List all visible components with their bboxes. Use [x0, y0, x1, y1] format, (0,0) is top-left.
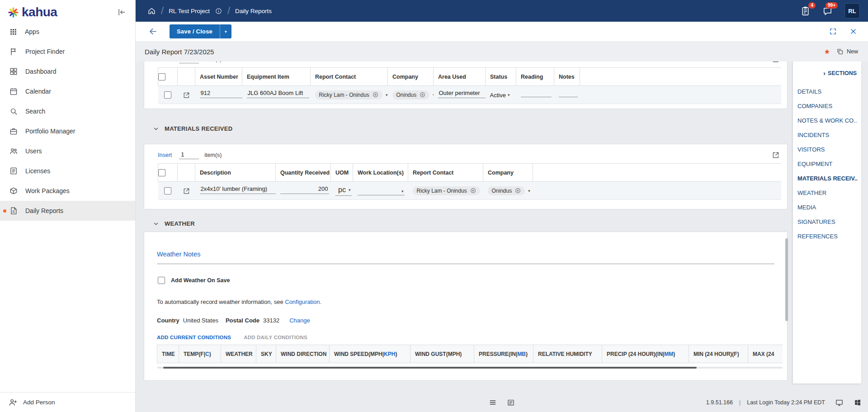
weather-notes-field[interactable]: Weather Notes: [157, 250, 774, 264]
section-link-references[interactable]: REFERENCES: [797, 229, 858, 243]
asset-number-input[interactable]: 912: [200, 90, 242, 98]
unit-toggle-link[interactable]: MM: [664, 351, 673, 357]
chip-remove-icon[interactable]: [373, 92, 378, 98]
sections-panel-header[interactable]: › SECTIONS: [797, 70, 858, 77]
add-weather-label[interactable]: Add Weather On Save: [171, 277, 230, 284]
uom-dropdown[interactable]: pc▾: [335, 186, 352, 196]
display-cast-icon[interactable]: [835, 398, 844, 407]
equipment-row: 912 JLG 600AJ Boom Lift Ricky Lam - Onin…: [158, 86, 782, 104]
close-record-icon[interactable]: [849, 28, 857, 35]
sidebar-collapse-icon[interactable]: [117, 8, 126, 17]
chevron-down-icon[interactable]: ▾: [528, 189, 530, 193]
equipment-item-input[interactable]: JLG 600AJ Boom Lift: [247, 90, 309, 98]
section-link-equipment[interactable]: EQUIPMENT: [797, 156, 858, 171]
sidebar-item-apps[interactable]: Apps: [0, 22, 135, 42]
save-close-button[interactable]: Save / Close: [170, 24, 220, 38]
col-equipment-item: Equipment Item: [242, 68, 311, 86]
sidebar-item-dashboard[interactable]: Dashboard: [0, 62, 135, 81]
sidebar-item-work-packages[interactable]: Work Packages: [0, 181, 135, 201]
section-link-signatures[interactable]: SIGNATURES: [797, 214, 858, 229]
horizontal-scrollbar-thumb[interactable]: [163, 367, 697, 369]
breadcrumb-project[interactable]: RL Test Project: [169, 8, 210, 14]
form-cards: Insert 1 item(s) Asset Number Equ: [144, 62, 788, 393]
notes-input[interactable]: [559, 95, 578, 97]
home-icon[interactable]: [147, 7, 156, 15]
sidebar-item-label: Portfolio Manager: [25, 128, 75, 135]
kahua-app-window: kahua Apps Project Finder Dashboard Cale…: [0, 0, 868, 412]
section-link-incidents[interactable]: INCIDENTS: [797, 128, 858, 142]
sidebar-item-search[interactable]: Search: [0, 101, 135, 121]
postal-code-label: Postal Code: [226, 317, 259, 324]
open-grid-icon[interactable]: [772, 151, 780, 159]
report-contact-chip[interactable]: Ricky Lam - Onindus: [315, 90, 382, 99]
row-checkbox[interactable]: [164, 187, 171, 194]
news-feed-icon[interactable]: [507, 398, 515, 407]
tasks-button[interactable]: 4: [800, 6, 811, 16]
wcol-temp: TEMP(F|C): [179, 345, 221, 363]
section-link-companies[interactable]: COMPANIES: [797, 99, 858, 113]
sidebar-item-label: Calendar: [25, 88, 51, 95]
row-checkbox[interactable]: [164, 91, 171, 99]
configuration-link[interactable]: Configuration.: [285, 298, 321, 305]
menu-list-icon[interactable]: [489, 398, 497, 407]
select-all-checkbox[interactable]: [158, 73, 165, 81]
chip-remove-icon[interactable]: [515, 188, 521, 194]
unit-toggle-link[interactable]: C: [205, 351, 209, 357]
work-location-dropdown[interactable]: ▾: [358, 189, 405, 195]
unit-toggle-link[interactable]: KPH: [384, 351, 395, 357]
chip-remove-icon[interactable]: [470, 188, 476, 194]
chevron-down-icon[interactable]: ▾: [386, 93, 388, 97]
description-input[interactable]: 2x4x10' lumber (Framing): [200, 185, 276, 194]
materials-received-section-header[interactable]: MATERIALS RECEIVED: [144, 125, 788, 132]
company-chip[interactable]: Onindus: [488, 186, 525, 195]
save-close-dropdown[interactable]: ▾: [220, 24, 231, 38]
sidebar-item-project-finder[interactable]: Project Finder: [0, 42, 135, 62]
messages-button[interactable]: 99+: [822, 6, 833, 16]
add-current-conditions-tab[interactable]: ADD CURRENT CONDITIONS: [157, 335, 231, 340]
change-link[interactable]: Change: [289, 317, 310, 324]
insert-link[interactable]: Insert: [158, 152, 172, 158]
user-avatar[interactable]: RL: [844, 3, 860, 19]
unsaved-changes-indicator: *: [825, 47, 829, 57]
add-daily-conditions-tab[interactable]: ADD DAILY CONDITIONS: [244, 335, 307, 340]
new-button[interactable]: New: [836, 48, 858, 55]
horizontal-scrollbar[interactable]: [157, 367, 783, 369]
sidebar-item-users[interactable]: Users: [0, 141, 135, 161]
section-link-weather[interactable]: WEATHER: [797, 185, 858, 200]
unit-toggle-link[interactable]: MB: [517, 351, 526, 357]
open-record-icon[interactable]: [183, 187, 190, 195]
area-used-input[interactable]: Outer perimeter: [438, 90, 486, 98]
insert-count-input[interactable]: 1: [179, 151, 199, 159]
section-link-media[interactable]: MEDIA: [797, 200, 858, 214]
status-dropdown[interactable]: Active▾: [490, 92, 510, 99]
reading-input[interactable]: [521, 95, 552, 97]
wcol-time: TIME: [157, 345, 179, 363]
sidebar-item-licenses[interactable]: Licenses: [0, 161, 135, 181]
back-button[interactable]: [148, 27, 158, 36]
kahua-logo[interactable]: kahua: [7, 6, 57, 19]
insert-count-input[interactable]: 1: [179, 62, 199, 63]
select-all-checkbox[interactable]: [158, 169, 165, 176]
section-link-details[interactable]: DETAILS: [797, 84, 858, 99]
section-link-visitors[interactable]: VISITORS: [797, 142, 858, 156]
section-link-materials-received[interactable]: MATERIALS RECEIV...: [797, 171, 858, 185]
sidebar-item-daily-reports[interactable]: Daily Reports: [0, 201, 135, 221]
open-record-icon[interactable]: [183, 91, 190, 99]
open-grid-icon[interactable]: [772, 62, 780, 63]
report-contact-chip[interactable]: Ricky Lam - Onindus: [413, 186, 480, 195]
quantity-input[interactable]: 200: [280, 185, 329, 194]
expand-view-icon[interactable]: [829, 28, 837, 35]
add-weather-checkbox[interactable]: [158, 277, 165, 284]
windows-icon[interactable]: [854, 398, 862, 407]
company-chip[interactable]: Onindus: [392, 90, 430, 99]
section-link-notes-work[interactable]: NOTES & WORK CO...: [797, 113, 858, 128]
insert-link[interactable]: Insert: [158, 62, 172, 62]
add-person-button[interactable]: Add Person: [0, 392, 135, 412]
project-info-icon[interactable]: [215, 7, 222, 15]
chevron-down-icon[interactable]: ▾: [433, 93, 433, 97]
chip-remove-icon[interactable]: [420, 92, 425, 98]
vertical-scrollbar-thumb[interactable]: [785, 238, 788, 321]
sidebar-item-portfolio-manager[interactable]: Portfolio Manager: [0, 121, 135, 141]
sidebar-item-calendar[interactable]: Calendar: [0, 81, 135, 101]
weather-section-header[interactable]: WEATHER: [144, 220, 788, 227]
